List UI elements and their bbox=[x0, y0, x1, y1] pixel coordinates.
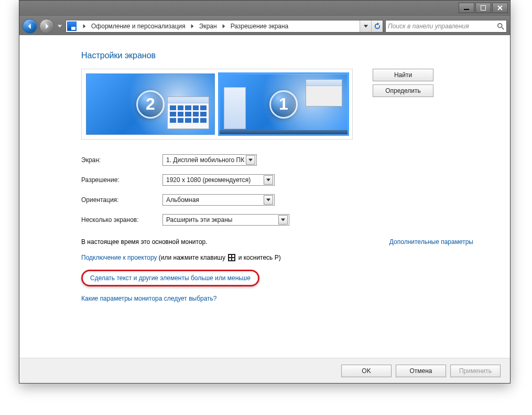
svg-rect-0 bbox=[464, 9, 469, 10]
main-monitor-note: В настоящее время это основной монитор. bbox=[81, 238, 208, 246]
page-title: Настройки экранов bbox=[81, 51, 494, 60]
window: Оформление и персонализация Экран Разреш… bbox=[19, 0, 511, 384]
dialog-buttons: OK Отмена Применить bbox=[19, 358, 510, 383]
chevron-down-icon bbox=[264, 195, 273, 205]
highlighted-link-marker: Сделать текст и другие элементы больше и… bbox=[81, 270, 259, 286]
screen-value: 1. Дисплей мобильного ПК bbox=[166, 156, 244, 164]
monitor-2[interactable]: 2 bbox=[86, 73, 215, 135]
display-settings-form: Экран: 1. Дисплей мобильного ПК Разрешен… bbox=[81, 154, 494, 226]
screen-select[interactable]: 1. Дисплей мобильного ПК bbox=[162, 154, 257, 166]
chevron-down-icon bbox=[246, 155, 255, 165]
search-input[interactable]: Поиск в панели управления bbox=[385, 20, 507, 33]
control-panel-icon bbox=[67, 22, 77, 31]
cancel-button[interactable]: Отмена bbox=[396, 365, 446, 377]
window-thumb-icon bbox=[306, 79, 342, 107]
orientation-value: Альбомная bbox=[166, 196, 199, 204]
navbar: Оформление и персонализация Экран Разреш… bbox=[19, 16, 510, 35]
monitor-preview[interactable]: 2 1 bbox=[81, 69, 353, 140]
refresh-button[interactable] bbox=[371, 20, 383, 32]
which-settings-link[interactable]: Какие параметры монитора следует выбрать… bbox=[81, 295, 217, 302]
projector-link[interactable]: Подключение к проектору bbox=[81, 254, 157, 261]
crumb-2[interactable]: Экран bbox=[197, 23, 219, 30]
windows-key-icon bbox=[228, 254, 235, 261]
svg-rect-1 bbox=[481, 5, 486, 10]
resolution-label: Разрешение: bbox=[81, 176, 162, 184]
nav-history-dropdown[interactable] bbox=[56, 21, 63, 31]
titlebar bbox=[19, 1, 510, 16]
orientation-select[interactable]: Альбомная bbox=[162, 194, 275, 206]
minimize-button[interactable] bbox=[459, 3, 474, 13]
monitor-1[interactable]: 1 bbox=[219, 73, 348, 135]
resolution-value: 1920 х 1080 (рекомендуется) bbox=[166, 176, 251, 184]
address-dropdown[interactable] bbox=[360, 20, 371, 32]
content-area: Настройки экранов 2 1 Найти Определ bbox=[19, 35, 510, 358]
close-button[interactable] bbox=[492, 3, 508, 13]
crumb-3[interactable]: Разрешение экрана bbox=[229, 23, 291, 30]
maximize-button[interactable] bbox=[475, 3, 491, 13]
monitor-2-badge: 2 bbox=[136, 90, 165, 119]
address-bar[interactable]: Оформление и персонализация Экран Разреш… bbox=[66, 20, 383, 33]
identify-button[interactable]: Определить bbox=[373, 84, 433, 97]
crumb-1[interactable]: Оформление и персонализация bbox=[89, 23, 188, 30]
apply-button[interactable]: Применить bbox=[450, 365, 501, 377]
text-size-link[interactable]: Сделать текст и другие элементы больше и… bbox=[90, 274, 251, 282]
window-thumb-icon bbox=[167, 97, 209, 129]
chevron-down-icon bbox=[278, 215, 288, 225]
search-icon bbox=[497, 23, 504, 30]
multiple-displays-label: Несколько экранов: bbox=[81, 216, 162, 224]
search-placeholder: Поиск в панели управления bbox=[388, 23, 469, 30]
back-button[interactable] bbox=[23, 19, 37, 34]
screen-label: Экран: bbox=[81, 156, 162, 164]
chevron-down-icon bbox=[264, 175, 273, 185]
advanced-settings-link[interactable]: Дополнительные параметры bbox=[389, 238, 473, 246]
ok-button[interactable]: OK bbox=[341, 365, 392, 377]
multiple-displays-value: Расширить эти экраны bbox=[166, 216, 232, 224]
multiple-displays-select[interactable]: Расширить эти экраны bbox=[162, 214, 289, 226]
orientation-label: Ориентация: bbox=[81, 196, 162, 204]
breadcrumb[interactable]: Оформление и персонализация Экран Разреш… bbox=[80, 20, 290, 32]
resolution-select[interactable]: 1920 х 1080 (рекомендуется) bbox=[162, 174, 275, 186]
forward-button[interactable] bbox=[39, 19, 54, 34]
projector-line: Подключение к проектору (или нажмите кла… bbox=[81, 254, 494, 261]
find-button[interactable]: Найти bbox=[373, 69, 433, 81]
monitor-1-badge: 1 bbox=[269, 90, 298, 119]
svg-point-2 bbox=[498, 23, 502, 27]
